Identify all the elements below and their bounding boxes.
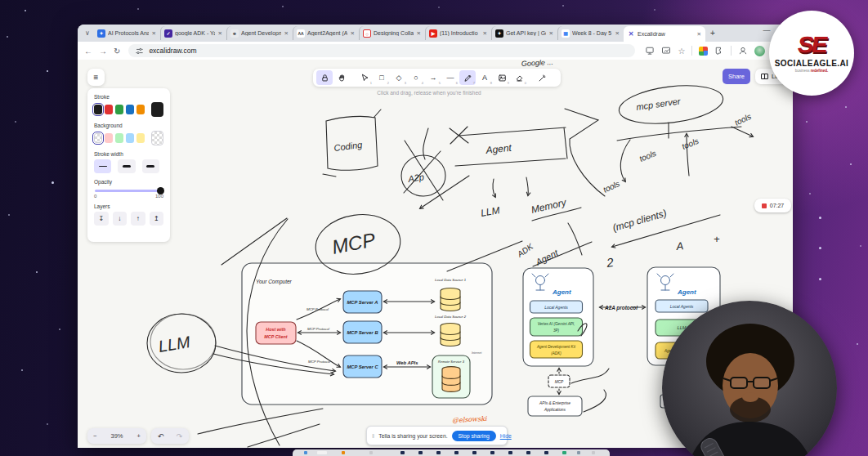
image-tool[interactable]: 9: [494, 70, 510, 85]
stop-sharing-button[interactable]: Stop sharing: [452, 431, 496, 441]
bring-to-front-button[interactable]: ↥: [150, 212, 164, 226]
current-bg-swatch[interactable]: [151, 131, 163, 145]
tab-close-icon[interactable]: ✕: [548, 29, 554, 38]
address-bar[interactable]: excalidraw.com: [128, 44, 635, 57]
dock-app-icon[interactable]: [454, 451, 459, 454]
main-menu-button[interactable]: ≡: [87, 69, 105, 86]
dock-app-icon[interactable]: [304, 451, 307, 454]
ellipse-tool[interactable]: ○ 4: [408, 70, 424, 85]
current-stroke-swatch[interactable]: [151, 102, 163, 117]
bg-swatch-transparent[interactable]: [94, 133, 102, 143]
zoom-in-button[interactable]: +: [137, 432, 141, 440]
hand-tool[interactable]: [333, 70, 350, 85]
stroke-width-thin[interactable]: [94, 159, 111, 173]
minimize-button[interactable]: —: [763, 26, 771, 34]
dock-app-icon[interactable]: [342, 451, 345, 454]
bg-swatch-green[interactable]: [115, 133, 123, 143]
dock-app-icon[interactable]: [436, 451, 441, 454]
draw-tool[interactable]: 7: [459, 70, 476, 85]
save-device-icon[interactable]: [645, 46, 655, 56]
diagram-mcp-servers[interactable]: MCP Server A MCP Server B MCP Server C: [343, 291, 382, 378]
tab-google-adk[interactable]: ✓ google ADK - Ya ✕: [160, 26, 226, 40]
dock-app-icon[interactable]: [418, 451, 423, 454]
tab-search-chevron-icon[interactable]: ∨: [81, 29, 94, 37]
stroke-width-bold[interactable]: [142, 159, 159, 173]
bg-swatch-blue[interactable]: [126, 133, 134, 143]
dock-app-icon[interactable]: [400, 451, 405, 454]
drag-handle-icon[interactable]: ‖: [372, 432, 374, 440]
stroke-swatch-orange[interactable]: [136, 105, 145, 114]
bookmark-star-icon[interactable]: ☆: [678, 47, 685, 56]
diagram-host-box[interactable]: Host with MCP Client: [256, 322, 296, 344]
lock-tool[interactable]: [316, 70, 333, 85]
send-backward-button[interactable]: ↓: [113, 212, 128, 226]
tab-get-api-key[interactable]: ✦ Get API key | Go ✕: [491, 26, 557, 40]
back-button[interactable]: ←: [84, 47, 92, 56]
dock-app-icon[interactable]: [472, 451, 477, 454]
opacity-slider[interactable]: [95, 190, 163, 192]
tab-youtube-intro[interactable]: ▶ (11) Introductio ✕: [425, 26, 491, 40]
stroke-swatch-green[interactable]: [115, 105, 123, 114]
dock-app-icon[interactable]: [577, 451, 580, 454]
stroke-swatch-black[interactable]: [94, 105, 102, 114]
tab-excalidraw-active[interactable]: ✕ Excalidraw ✕: [624, 26, 705, 42]
your-computer-label[interactable]: Your Computer: [256, 279, 293, 285]
tab-ai-protocols[interactable]: ✦ AI Protocols Ana ✕: [94, 26, 160, 40]
tab-agent-develop[interactable]: ☻ Agent Developm ✕: [226, 26, 293, 40]
tab-close-icon[interactable]: ✕: [151, 29, 157, 38]
diagram-agent-card-left[interactable]: Agent Local Agents Vertex AI (Gemini API…: [523, 268, 593, 366]
line-tool[interactable]: — 6: [442, 70, 459, 85]
site-settings-icon[interactable]: [135, 47, 144, 56]
opacity-knob[interactable]: [157, 187, 164, 194]
dock-app-icon[interactable]: [544, 451, 548, 454]
tab-close-icon[interactable]: ✕: [615, 29, 620, 38]
text-tool[interactable]: A 8: [477, 70, 493, 85]
cast-icon[interactable]: [661, 46, 671, 56]
bg-swatch-pink[interactable]: [105, 133, 113, 143]
diamond-tool[interactable]: ◇ 3: [391, 70, 407, 85]
dock-app-icon[interactable]: [369, 451, 373, 454]
tab-designing-colla[interactable]: ○ Designing Colla ✕: [359, 26, 425, 40]
new-tab-button[interactable]: +: [710, 29, 715, 38]
arrow-tool[interactable]: → 5: [425, 70, 441, 85]
laser-tool[interactable]: [534, 70, 550, 85]
tab-week8-day5[interactable]: ▦ Week 8 - Day 5 ✕: [557, 26, 624, 40]
tab-close-icon[interactable]: ✕: [284, 29, 289, 38]
dock-app-icon[interactable]: [592, 451, 595, 454]
stroke-swatch-red[interactable]: [105, 105, 113, 114]
zoom-out-button[interactable]: −: [93, 432, 96, 440]
profile-badge-icon[interactable]: [738, 46, 748, 56]
tab-close-icon[interactable]: ✕: [482, 29, 488, 38]
share-button[interactable]: Share: [723, 69, 750, 84]
tab-agent2agent[interactable]: AA Agent2Agent (A ✕: [293, 26, 359, 40]
dock-app-icon[interactable]: [317, 451, 327, 454]
recording-timer-badge[interactable]: 07:27: [754, 199, 791, 212]
tab-close-icon[interactable]: ✕: [217, 29, 223, 38]
taskbar-dock[interactable]: [293, 449, 610, 456]
tab-close-icon[interactable]: ✕: [416, 29, 422, 38]
hide-share-bar-link[interactable]: Hide: [500, 433, 512, 439]
extension-colored-icon[interactable]: [699, 47, 708, 56]
extensions-puzzle-icon[interactable]: [714, 46, 724, 56]
dock-app-icon[interactable]: [526, 451, 530, 454]
bring-forward-button[interactable]: ↑: [131, 212, 145, 226]
stroke-width-medium[interactable]: [118, 159, 135, 173]
tab-close-icon[interactable]: ✕: [696, 30, 702, 38]
tab-close-icon[interactable]: ✕: [350, 29, 356, 38]
dock-app-icon[interactable]: [508, 451, 512, 454]
dock-app-icon[interactable]: [562, 451, 566, 454]
selection-tool[interactable]: 1: [356, 70, 373, 85]
undo-button[interactable]: ↶: [158, 432, 164, 440]
redo-button[interactable]: ↷: [177, 432, 183, 440]
diagram-mcp-dashed[interactable]: MCP: [548, 369, 609, 394]
forward-button[interactable]: →: [99, 47, 107, 56]
rectangle-tool[interactable]: □ 2: [374, 70, 390, 85]
record-stop-icon[interactable]: [762, 203, 767, 208]
profile-avatar[interactable]: [754, 46, 765, 56]
diagram-apis-box[interactable]: APIs & Enterprise Applications: [528, 390, 606, 416]
send-to-back-button[interactable]: ↧: [94, 212, 109, 226]
reload-button[interactable]: ↻: [114, 47, 120, 56]
bg-swatch-yellow[interactable]: [136, 133, 145, 143]
eraser-tool[interactable]: 0: [511, 70, 527, 85]
stroke-swatch-blue[interactable]: [126, 105, 134, 114]
